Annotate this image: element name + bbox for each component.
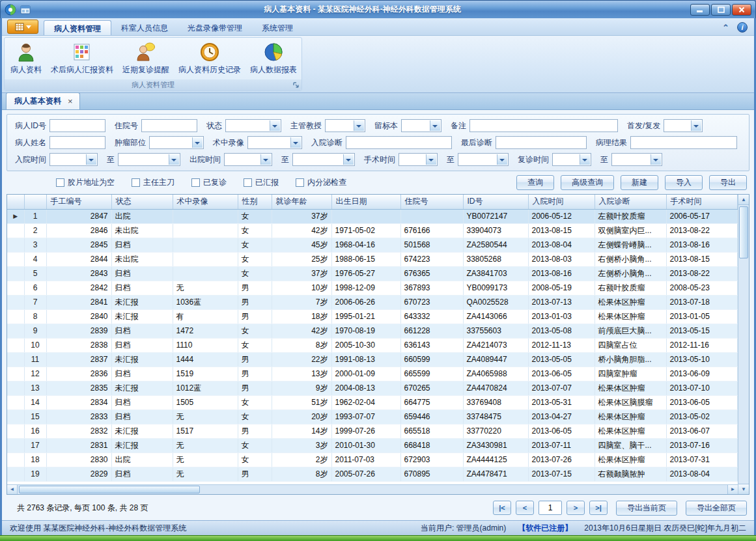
table-row[interactable]: 162832未汇报1517男14岁1999-07-266655183377022… xyxy=(7,424,738,438)
followed-up-checkbox[interactable]: 已复诊 xyxy=(191,177,227,188)
intraop-video-combo[interactable] xyxy=(247,136,302,149)
scroll-down-icon[interactable]: ▼ xyxy=(738,484,749,494)
close-button[interactable] xyxy=(732,4,751,16)
grid-cell: 51岁 xyxy=(272,395,331,409)
maximize-button[interactable] xyxy=(711,4,731,16)
surgery-date-from-combo[interactable] xyxy=(399,153,438,166)
tab-close-icon[interactable]: × xyxy=(68,98,73,105)
scroll-right-icon[interactable]: ► xyxy=(727,485,738,495)
table-row[interactable]: 62842归档无男10岁1998-12-09367893YB0099173200… xyxy=(7,281,738,295)
first-page-button[interactable]: |< xyxy=(493,501,511,515)
grid-column-header[interactable]: 入院时间 xyxy=(528,195,595,209)
scroll-left-icon[interactable]: ◄ xyxy=(7,485,18,495)
export-button[interactable]: 导出 xyxy=(709,175,747,190)
document-tab[interactable]: 病人基本资料 × xyxy=(6,92,80,109)
discharge-date-to-combo[interactable] xyxy=(292,153,355,166)
table-row[interactable]: 102838归档1110女8岁2005-10-30636143ZA4214073… xyxy=(7,338,738,352)
advanced-query-button[interactable]: 高级查询 xyxy=(561,175,614,190)
horizontal-scrollbar[interactable]: ◄ ► xyxy=(7,484,738,494)
quick-access-icon[interactable] xyxy=(20,4,31,16)
grid-column-header[interactable]: 就诊年龄 xyxy=(272,195,331,209)
status-combo[interactable] xyxy=(225,119,281,132)
grid-column-header[interactable]: 术中录像 xyxy=(173,195,238,209)
app-menu-button[interactable] xyxy=(7,20,38,34)
tab-system-management[interactable]: 系统管理 xyxy=(252,20,303,35)
admission-diagnosis-input[interactable] xyxy=(346,136,452,149)
table-row[interactable]: 52843归档女37岁1976-05-27676365ZA38417032013… xyxy=(7,266,738,281)
minimize-button[interactable] xyxy=(690,4,710,16)
scroll-up-icon[interactable]: ▲ xyxy=(738,195,749,205)
film-address-empty-checkbox[interactable]: 胶片地址为空 xyxy=(56,177,115,188)
grid-column-header[interactable]: 状态 xyxy=(111,195,173,209)
ribbon-collapse-icon[interactable]: ⌃ xyxy=(722,23,729,33)
postop-patient-report-button[interactable]: 术后病人汇报资料 xyxy=(46,40,118,79)
patient-history-button[interactable]: 病人资料历史记录 xyxy=(174,40,245,79)
grid-column-header[interactable]: 手工编号 xyxy=(46,195,111,209)
table-row[interactable]: 42844未出院女25岁1988-06-15674223338052682013… xyxy=(7,252,738,266)
patient-id-input[interactable] xyxy=(49,119,105,132)
recent-followup-reminder-button[interactable]: 近期复诊提醒 xyxy=(118,40,174,79)
table-row[interactable]: 82840未汇报有男18岁1995-01-21643332ZA414306620… xyxy=(7,309,738,324)
info-icon[interactable]: i xyxy=(737,22,748,33)
new-button[interactable]: 新建 xyxy=(621,175,658,190)
grid-column-header[interactable]: ID号 xyxy=(463,195,528,209)
specimen-kept-combo[interactable] xyxy=(401,119,441,132)
table-row[interactable]: 152833归档无女20岁1993-07-0765944633748475201… xyxy=(7,409,738,424)
grid-cell: 未汇报 xyxy=(111,309,173,324)
patient-data-report-button[interactable]: 病人数据报表 xyxy=(245,40,301,79)
admission-date-to-combo[interactable] xyxy=(118,153,180,166)
table-row[interactable]: 172831未汇报无女3岁2010-01-30668418ZA343098120… xyxy=(7,438,738,452)
table-row[interactable]: 132835未汇报1012蓝男9岁2004-08-13670265ZA44708… xyxy=(7,381,738,395)
discharge-date-from-combo[interactable] xyxy=(224,153,272,166)
grid-column-header[interactable]: 出生日期 xyxy=(331,195,400,209)
vertical-scroll-thumb[interactable] xyxy=(739,206,748,258)
grid-column-header[interactable]: 性别 xyxy=(238,195,272,209)
grid-column-header[interactable]: 入院诊断 xyxy=(595,195,666,209)
table-row[interactable]: 92839归档1472女42岁1970-08-19661228337556032… xyxy=(7,324,738,338)
horizontal-scroll-thumb[interactable] xyxy=(19,486,200,493)
dialog-launcher-icon[interactable] xyxy=(292,81,300,89)
grid-column-header[interactable]: 住院号 xyxy=(400,195,463,209)
surgery-date-to-combo[interactable] xyxy=(458,153,509,166)
grid-cell: 2841 xyxy=(46,295,111,309)
reported-checkbox[interactable]: 已汇报 xyxy=(244,177,279,188)
final-diagnosis-input[interactable] xyxy=(496,136,587,149)
last-page-button[interactable]: >| xyxy=(589,501,608,515)
table-row[interactable]: 72841未汇报1036蓝男7岁2006-06-26670723QA002552… xyxy=(7,295,738,309)
grid-cell: 42岁 xyxy=(272,223,331,238)
tumor-site-combo[interactable] xyxy=(149,136,204,149)
table-row[interactable]: 32845归档女45岁1968-04-16501568ZA25805442013… xyxy=(7,238,738,252)
patient-name-input[interactable] xyxy=(49,136,105,149)
followup-date-to-combo[interactable] xyxy=(611,153,662,166)
import-button[interactable]: 导入 xyxy=(665,175,703,190)
next-page-button[interactable]: > xyxy=(567,501,585,515)
query-button[interactable]: 查询 xyxy=(516,175,554,190)
table-row[interactable]: 112837未汇报1444男22岁1991-08-13660599ZA40894… xyxy=(7,352,738,367)
page-input[interactable] xyxy=(539,501,562,515)
export-current-page-button[interactable]: 导出当前页 xyxy=(616,501,677,516)
table-row[interactable]: 142834归档1505女51岁1962-02-0466477533769408… xyxy=(7,395,738,409)
endocrine-exam-checkbox[interactable]: 内分泌检查 xyxy=(296,177,346,188)
first-or-recurrence-combo[interactable] xyxy=(664,119,703,132)
table-row[interactable]: 182830出院无女2岁2011-07-03672903ZA4444125201… xyxy=(7,452,738,467)
grid-column-header[interactable]: 手术时间 xyxy=(666,195,738,209)
supervising-professor-combo[interactable] xyxy=(325,119,365,132)
tab-patient-data-management[interactable]: 病人资料管理 xyxy=(44,20,111,35)
table-row[interactable]: 22846未出院女42岁1971-05-02676166339040732013… xyxy=(7,223,738,238)
patient-data-button[interactable]: 病人资料 xyxy=(6,40,46,79)
remarks-input[interactable] xyxy=(469,119,618,132)
admission-date-from-combo[interactable] xyxy=(49,153,98,166)
tab-disc-video-management[interactable]: 光盘录像带管理 xyxy=(178,20,252,35)
table-row[interactable]: ▶12847出院女37岁YB00721472006-05-12左额叶胶质瘤200… xyxy=(7,209,738,223)
chief-surgeon-checkbox[interactable]: 主任主刀 xyxy=(132,177,175,188)
export-all-pages-button[interactable]: 导出全部页 xyxy=(686,501,747,516)
table-row[interactable]: 122836归档1519男13岁2000-01-09665599ZA406598… xyxy=(7,367,738,381)
admission-number-input[interactable] xyxy=(141,119,197,132)
vertical-scrollbar[interactable]: ▲ ▼ xyxy=(738,195,749,494)
tab-department-staff[interactable]: 科室人员信息 xyxy=(111,20,178,35)
pathology-result-input[interactable] xyxy=(630,136,737,149)
followed-up-checkbox-label: 已复诊 xyxy=(203,177,227,188)
followup-date-from-combo[interactable] xyxy=(552,153,591,166)
table-row[interactable]: 192829归档无男8岁2005-07-26670895ZA4478471201… xyxy=(7,467,738,481)
prev-page-button[interactable]: < xyxy=(516,501,534,515)
